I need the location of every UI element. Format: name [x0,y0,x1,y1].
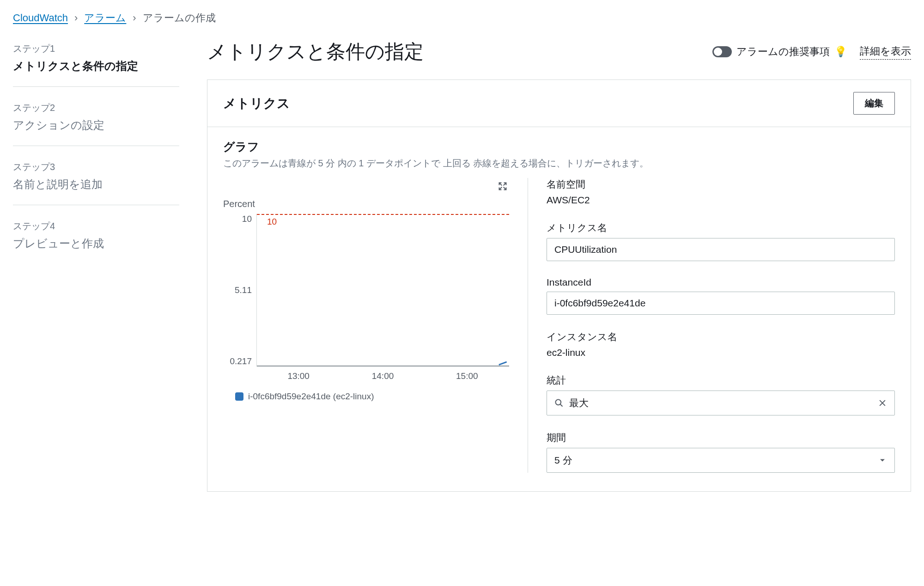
namespace-value: AWS/EC2 [547,195,895,206]
metric-details: 名前空間 AWS/EC2 メトリクス名 CPUUtilization Insta… [528,178,895,473]
main-content: メトリクスと条件の指定 アラームの推奨事項 💡 詳細を表示 メトリクス 編集 [207,39,911,492]
statistic-combobox[interactable]: 最大 [547,391,895,415]
wizard-stepper: ステップ1 メトリクスと条件の指定 ステップ2 アクションの設定 ステップ3 名… [13,39,179,492]
toggle-label: アラームの推奨事項 [736,45,830,59]
step-1[interactable]: ステップ1 メトリクスと条件の指定 [13,39,179,87]
panel-header: メトリクス 編集 [207,80,911,127]
metrics-panel: メトリクス 編集 グラフ このアラームは青線が 5 分 内の 1 データポイント… [207,79,911,492]
expand-icon [498,182,507,191]
step-4[interactable]: ステップ4 プレビューと作成 [13,216,179,264]
chart-y-axis: 10 5.11 0.217 [223,214,256,366]
x-tick: 14:00 [340,371,425,381]
header-actions: アラームの推奨事項 💡 詳細を表示 [712,44,911,60]
instance-name-value: ec2-linux [547,347,895,358]
instance-id-label: InstanceId [547,277,895,288]
period-value: 5 分 [554,454,572,467]
y-tick: 10 [242,214,252,224]
breadcrumb: CloudWatch › アラーム › アラームの作成 [13,11,911,25]
data-baseline [257,366,509,366]
period-label: 期間 [547,431,895,444]
period-select[interactable]: 5 分 [547,448,895,473]
alarm-recommendations-toggle[interactable]: アラームの推奨事項 💡 [712,45,847,59]
chevron-right-icon: › [74,12,78,24]
chart-plot-area: 10 5.11 0.217 10 [223,214,509,366]
step-title: アクションの設定 [13,118,179,133]
threshold-label: 10 [267,217,277,227]
namespace-label: 名前空間 [547,178,895,191]
instance-id-input[interactable]: i-0fc6bf9d59e2e41de [547,292,895,315]
statistic-field: 統計 最大 [547,374,895,415]
threshold-line [257,214,509,215]
step-number: ステップ4 [13,220,179,232]
chart-x-axis: 13:00 14:00 15:00 [256,371,509,381]
breadcrumb-root-link[interactable]: CloudWatch [13,12,68,24]
edit-button[interactable]: 編集 [853,92,895,115]
instance-id-field: InstanceId i-0fc6bf9d59e2e41de [547,277,895,315]
step-title: 名前と説明を追加 [13,177,179,192]
statistic-value: 最大 [569,397,589,409]
instance-name-field: インスタンス名 ec2-linux [547,330,895,358]
y-tick: 5.11 [235,285,252,295]
step-title: プレビューと作成 [13,236,179,251]
chart-y-axis-label: Percent [223,199,509,209]
lightbulb-icon: 💡 [834,46,847,58]
graph-section-label: グラフ [223,139,895,154]
breadcrumb-alarms-link[interactable]: アラーム [84,11,126,25]
period-field: 期間 5 分 [547,431,895,473]
step-2[interactable]: ステップ2 アクションの設定 [13,98,179,146]
statistic-label: 統計 [547,374,895,387]
step-number: ステップ3 [13,161,179,173]
panel-title: メトリクス [223,95,290,112]
breadcrumb-current: アラームの作成 [143,11,216,25]
step-title: メトリクスと条件の指定 [13,59,179,73]
svg-point-0 [556,400,561,405]
step-number: ステップ1 [13,43,179,55]
caret-down-icon [878,456,887,465]
chart-legend: i-0fc6bf9d59e2e41de (ec2-linux) [235,391,509,402]
page-title: メトリクスと条件の指定 [207,39,424,65]
search-icon [554,398,564,408]
graph-section-description: このアラームは青線が 5 分 内の 1 データポイントで 上回る 赤線を超える場… [223,157,895,170]
legend-label: i-0fc6bf9d59e2e41de (ec2-linux) [248,391,374,402]
namespace-field: 名前空間 AWS/EC2 [547,178,895,206]
clear-icon[interactable] [878,398,887,408]
expand-chart-button[interactable] [496,180,509,195]
show-details-link[interactable]: 詳細を表示 [860,44,911,60]
legend-swatch-icon [235,392,243,401]
x-tick: 15:00 [425,371,509,381]
metric-name-label: メトリクス名 [547,221,895,234]
chart-plot: 10 [256,214,509,366]
instance-name-label: インスタンス名 [547,330,895,343]
page-header: メトリクスと条件の指定 アラームの推奨事項 💡 詳細を表示 [207,39,911,65]
y-tick: 0.217 [230,356,252,366]
chevron-right-icon: › [133,12,136,24]
step-3[interactable]: ステップ3 名前と説明を追加 [13,157,179,205]
step-number: ステップ2 [13,102,179,114]
metric-name-input[interactable]: CPUUtilization [547,238,895,261]
metric-name-field: メトリクス名 CPUUtilization [547,221,895,261]
chart-container: Percent 10 5.11 0.217 10 [223,178,528,473]
x-tick: 13:00 [256,371,340,381]
data-line-tail [498,358,507,366]
toggle-switch-icon[interactable] [712,46,732,57]
